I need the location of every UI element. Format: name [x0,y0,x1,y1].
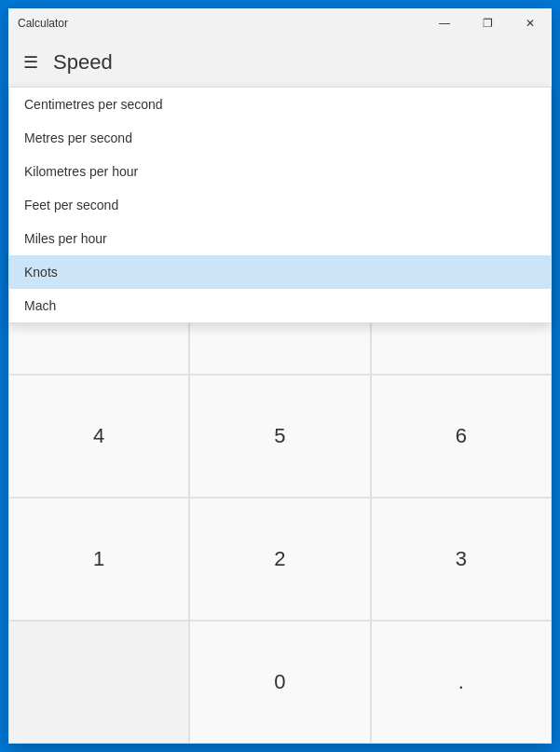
app-header: ☰ Speed [8,38,552,87]
key-3[interactable]: 3 [371,498,552,621]
key-2[interactable]: 2 [189,498,370,621]
close-button[interactable]: ✕ [509,8,552,38]
titlebar: Calculator — ❐ ✕ [8,8,552,38]
dropdown-item-mach[interactable]: Mach [9,289,551,322]
dropdown-item-knots[interactable]: Knots [9,255,551,289]
dropdown-item-kmh[interactable]: Kilometres per hour [9,155,551,188]
hamburger-icon[interactable]: ☰ [23,52,38,73]
key-6[interactable]: 6 [371,375,552,498]
key-empty-bottom-left [8,621,189,744]
key-5[interactable]: 5 [189,375,370,498]
dropdown-menu: Centimetres per second Metres per second… [8,87,552,323]
titlebar-controls: — ❐ ✕ [423,8,552,38]
key-4[interactable]: 4 [8,375,189,498]
minimize-button[interactable]: — [423,8,466,38]
dropdown-item-cms[interactable]: Centimetres per second [9,88,551,121]
key-decimal[interactable]: . [371,621,552,744]
key-1[interactable]: 1 [8,498,189,621]
calculator-window: Calculator — ❐ ✕ ☰ Speed Centimetres per… [8,8,552,744]
maximize-button[interactable]: ❐ [466,8,509,38]
dropdown-item-ms[interactable]: Metres per second [9,121,551,155]
dropdown-item-mph[interactable]: Miles per hour [9,222,551,255]
page-title: Speed [53,50,113,75]
dropdown-item-fps[interactable]: Feet per second [9,188,551,222]
key-0[interactable]: 0 [189,621,370,744]
window-title: Calculator [18,17,68,30]
